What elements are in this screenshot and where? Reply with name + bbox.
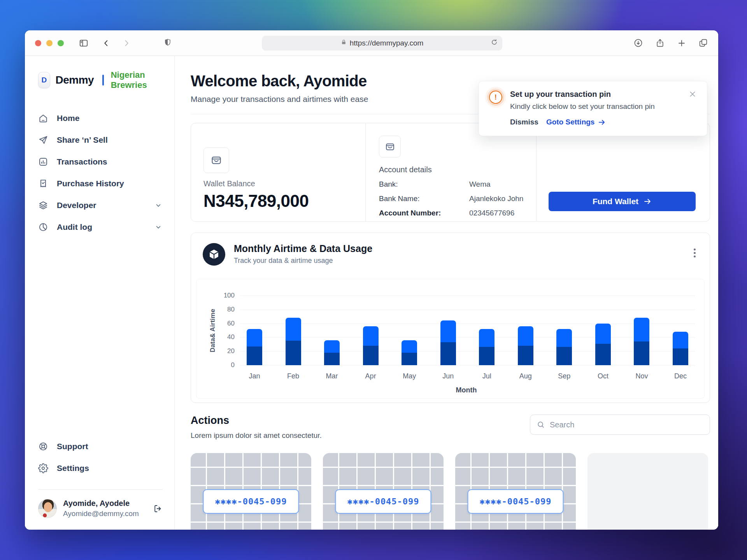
action-cards: ✱✱✱✱-0045-099 ✱✱✱✱-0045-099 ✱✱✱✱-0045-09… bbox=[191, 453, 710, 530]
bar-segment-data bbox=[673, 348, 688, 365]
y-tick-label: 0 bbox=[207, 361, 235, 369]
x-tick-label: Oct bbox=[587, 372, 619, 380]
downloads-icon[interactable] bbox=[633, 38, 643, 48]
refresh-icon[interactable] bbox=[491, 38, 498, 48]
pin-action-card[interactable]: ✱✱✱✱-0045-099 bbox=[455, 453, 576, 530]
cube-icon bbox=[203, 243, 225, 266]
x-axis-title: Month bbox=[456, 386, 477, 394]
gridline bbox=[240, 296, 695, 296]
y-tick-label: 60 bbox=[207, 320, 235, 327]
bar-segment-data bbox=[440, 342, 456, 365]
close-icon[interactable] bbox=[688, 90, 697, 98]
row-label: Bank Name: bbox=[379, 194, 469, 203]
logout-icon[interactable] bbox=[153, 504, 163, 513]
bar-segment-data bbox=[556, 347, 572, 365]
sidebar-item-transactions[interactable]: Transactions bbox=[38, 151, 163, 173]
kebab-menu-icon[interactable] bbox=[691, 246, 698, 260]
sidebar-toggle-icon[interactable] bbox=[79, 38, 89, 48]
sidebar-item-audit-log[interactable]: Audit log bbox=[38, 216, 163, 238]
pin-action-card[interactable]: ✱✱✱✱-0045-099 bbox=[191, 453, 311, 530]
minimize-window-button[interactable] bbox=[46, 40, 53, 46]
search-box[interactable] bbox=[530, 415, 710, 435]
receipt-icon bbox=[38, 178, 48, 189]
x-tick-label: Jan bbox=[239, 372, 270, 380]
bar-segment-data bbox=[518, 346, 533, 365]
bar-segment-data bbox=[402, 353, 417, 365]
x-tick-label: Apr bbox=[355, 372, 386, 380]
privacy-shield-icon[interactable] bbox=[163, 38, 172, 49]
bar-segment-data bbox=[595, 344, 611, 365]
row-value: Wema bbox=[469, 180, 491, 189]
bar-jul bbox=[479, 329, 494, 365]
wallet-balance-label: Wallet Balance bbox=[203, 179, 365, 188]
home-icon bbox=[38, 113, 48, 123]
close-window-button[interactable] bbox=[35, 40, 41, 46]
layers-icon bbox=[38, 200, 48, 210]
pin-action-card[interactable]: ✱✱✱✱-0045-099 bbox=[323, 453, 444, 530]
sidebar-item-settings[interactable]: Settings bbox=[38, 457, 163, 479]
bar-segment-data bbox=[324, 353, 340, 365]
sidebar-item-purchase-history[interactable]: Purchase History bbox=[38, 173, 163, 194]
bar-segment-airtime bbox=[595, 324, 611, 344]
arrow-right-icon bbox=[598, 118, 606, 126]
search-icon bbox=[537, 420, 545, 429]
toast-title: Set up your transaction pin bbox=[510, 90, 655, 99]
row-value: 02345677696 bbox=[469, 209, 514, 217]
bar-feb bbox=[286, 318, 301, 365]
dismiss-button[interactable]: Dismiss bbox=[510, 118, 538, 126]
profile-name: Ayomide, Ayodele bbox=[63, 499, 139, 508]
gridline bbox=[240, 365, 695, 366]
row-label: Account Number: bbox=[379, 209, 469, 217]
bar-mar bbox=[324, 340, 340, 365]
browser-window: https://demmypay.com bbox=[25, 30, 718, 530]
fund-wallet-label: Fund Wallet bbox=[593, 197, 638, 206]
sidebar-item-developer[interactable]: Developer bbox=[38, 194, 163, 216]
y-tick-label: 100 bbox=[207, 292, 235, 299]
new-tab-icon[interactable] bbox=[677, 38, 686, 48]
zoom-window-button[interactable] bbox=[58, 40, 64, 46]
row-label: Bank: bbox=[379, 180, 469, 189]
brand-name: Demmy bbox=[56, 74, 94, 86]
balance-card: Wallet Balance N345,789,000 Account deta… bbox=[191, 123, 710, 222]
fund-wallet-button[interactable]: Fund Wallet bbox=[549, 192, 696, 211]
x-tick-label: Jun bbox=[433, 372, 464, 380]
traffic-lights bbox=[35, 40, 64, 46]
bar-segment-data bbox=[286, 341, 301, 365]
back-icon[interactable] bbox=[102, 39, 110, 47]
forward-icon[interactable] bbox=[122, 39, 131, 47]
sidebar-item-support[interactable]: Support bbox=[38, 436, 163, 457]
user-profile[interactable]: Ayomide, Ayodele Ayomide@demmy.com bbox=[38, 499, 163, 518]
actions-section: Actions Lorem ipsum dolor sit amet conse… bbox=[191, 415, 710, 440]
bar-jan bbox=[247, 329, 262, 365]
url-bar[interactable]: https://demmypay.com bbox=[262, 36, 502, 51]
account-card-icon bbox=[379, 136, 401, 158]
brand-org-name: Nigerian Brewries bbox=[111, 70, 163, 90]
bar-segment-airtime bbox=[518, 326, 533, 346]
x-tick-label: Nov bbox=[626, 372, 657, 380]
goto-settings-button[interactable]: Goto Settings bbox=[546, 118, 606, 126]
sidebar-item-label: Transactions bbox=[57, 157, 107, 166]
y-tick-label: 40 bbox=[207, 333, 235, 341]
bar-sep bbox=[556, 329, 572, 365]
empty-action-card[interactable] bbox=[587, 453, 708, 530]
share-icon[interactable] bbox=[655, 38, 665, 48]
tab-overview-icon[interactable] bbox=[698, 38, 708, 48]
bar-segment-airtime bbox=[286, 318, 301, 341]
bar-segment-airtime bbox=[634, 318, 649, 341]
brand-divider bbox=[102, 75, 104, 86]
life-buoy-icon bbox=[38, 441, 48, 452]
card-number-pill: ✱✱✱✱-0045-099 bbox=[468, 489, 564, 514]
sidebar-item-home[interactable]: Home bbox=[38, 107, 163, 129]
sidebar-item-share-n-sell[interactable]: Share ‘n’ Sell bbox=[38, 129, 163, 151]
gridline bbox=[240, 337, 695, 338]
pie-chart-icon bbox=[38, 222, 48, 232]
bar-segment-data bbox=[634, 341, 649, 365]
gridline bbox=[240, 310, 695, 310]
gridline bbox=[240, 351, 695, 352]
search-input[interactable] bbox=[550, 420, 703, 429]
x-tick-label: Dec bbox=[665, 372, 696, 380]
x-tick-label: Aug bbox=[510, 372, 541, 380]
gridline bbox=[240, 324, 695, 324]
account-row-bank-name: Bank Name: Ajanlekoko John bbox=[379, 194, 536, 203]
chart-title: Monthly Airtime & Data Usage bbox=[234, 243, 372, 254]
